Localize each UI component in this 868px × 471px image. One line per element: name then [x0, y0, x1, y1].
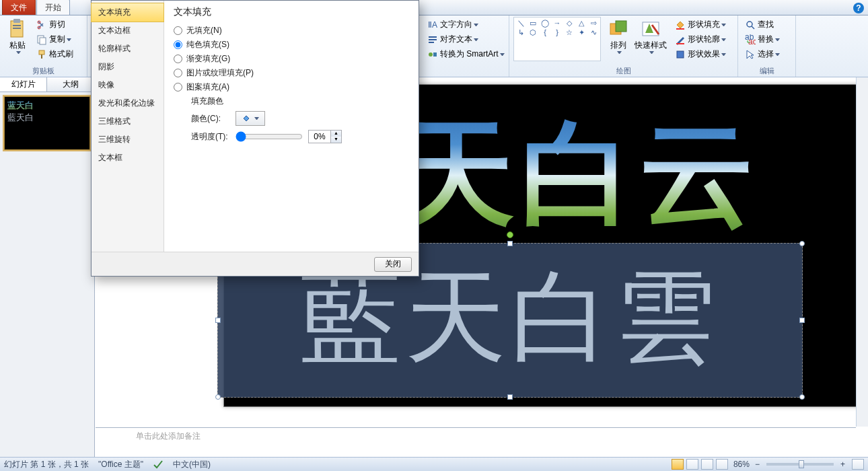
- help-icon[interactable]: ?: [853, 3, 864, 13]
- shape-line-icon[interactable]: ＼: [515, 19, 526, 27]
- shape-callout-icon[interactable]: ✦: [576, 28, 587, 36]
- nav-text-outline[interactable]: 文本边框: [92, 22, 164, 40]
- shape-arrow-icon[interactable]: →: [552, 19, 563, 27]
- find-button[interactable]: 查找: [742, 17, 783, 32]
- resize-handle-w[interactable]: [215, 318, 221, 323]
- select-button[interactable]: 选择: [742, 47, 783, 61]
- spin-up-icon[interactable]: ▲: [331, 131, 341, 137]
- cursor-icon: [745, 49, 756, 60]
- shape-hex-icon[interactable]: ⬡: [528, 28, 538, 36]
- bucket-icon: [675, 20, 686, 30]
- shapes-gallery[interactable]: ＼ ▭ ◯ → ◇ △ ⇨ ↳ ⬡ { } ☆ ✦ ∿: [513, 17, 601, 61]
- group-label-editing: 编辑: [742, 65, 791, 77]
- resize-handle-n[interactable]: [507, 241, 513, 246]
- copy-button[interactable]: 复制: [34, 32, 76, 46]
- chevron-down-icon: [474, 38, 478, 41]
- nav-glow[interactable]: 发光和柔化边缘: [92, 94, 164, 112]
- text-direction-button[interactable]: ⅡA文字方向: [425, 17, 507, 32]
- shape-oval-icon[interactable]: ◯: [540, 19, 550, 27]
- chevron-down-icon: [649, 51, 654, 54]
- shape-connector-icon[interactable]: ↳: [515, 28, 526, 36]
- svg-rect-3: [13, 28, 21, 29]
- copy-icon: [36, 34, 47, 45]
- shape-triangle-icon[interactable]: △: [576, 19, 587, 27]
- shape-star-icon[interactable]: ☆: [564, 28, 575, 36]
- resize-handle-sw[interactable]: [215, 394, 221, 400]
- replace-icon: abac: [745, 34, 756, 45]
- slide-thumbnail-1[interactable]: 蓝天白 藍天白: [4, 96, 90, 150]
- cut-button[interactable]: 剪切: [34, 17, 76, 32]
- shape-arrowr-icon[interactable]: ⇨: [588, 19, 599, 27]
- shape-diamond-icon[interactable]: ◇: [564, 19, 575, 27]
- resize-handle-e[interactable]: [799, 318, 805, 323]
- tab-outline[interactable]: 大纲: [47, 77, 94, 92]
- tab-home[interactable]: 开始: [36, 0, 70, 15]
- close-button[interactable]: 关闭: [374, 257, 412, 272]
- shape-curve-icon[interactable]: ∿: [588, 28, 599, 36]
- shape-outline-button[interactable]: 形状轮廓: [672, 32, 729, 46]
- zoom-in-button[interactable]: +: [840, 460, 845, 469]
- status-language[interactable]: 中文(中国): [173, 459, 211, 470]
- notes-pane[interactable]: 单击此处添加备注: [96, 427, 856, 457]
- vertical-scrollbar[interactable]: [856, 77, 868, 427]
- nav-shadow[interactable]: 阴影: [92, 58, 164, 76]
- radio-no-fill[interactable]: 无填充(N): [174, 25, 409, 36]
- nav-outline-style[interactable]: 轮廓样式: [92, 40, 164, 58]
- chevron-down-icon: [721, 53, 726, 56]
- radio-pattern-fill[interactable]: 图案填充(A): [174, 81, 409, 93]
- color-picker-button[interactable]: [236, 111, 265, 126]
- svg-rect-7: [40, 38, 46, 44]
- view-sorter-button[interactable]: [686, 459, 698, 470]
- svg-rect-12: [429, 39, 437, 40]
- text-shape-1[interactable]: 天白云: [400, 98, 760, 252]
- dialog-main: 文本填充 无填充(N) 纯色填充(S) 渐变填充(G) 图片或纹理填充(P) 图…: [164, 1, 419, 252]
- transparency-spinner[interactable]: 0% ▲▼: [308, 130, 342, 143]
- group-paragraph: ⅡA文字方向 对齐文本 转换为 SmartArt: [421, 15, 509, 77]
- quick-styles-button[interactable]: 快速样式: [632, 17, 670, 55]
- radio-gradient-fill[interactable]: 渐变填充(G): [174, 53, 409, 65]
- svg-rect-17: [616, 21, 626, 32]
- view-normal-button[interactable]: [672, 459, 684, 470]
- view-slideshow-button[interactable]: [716, 459, 728, 470]
- transparency-slider[interactable]: [236, 131, 303, 143]
- zoom-out-button[interactable]: −: [755, 460, 760, 469]
- spellcheck-icon[interactable]: [153, 460, 164, 469]
- rotate-handle[interactable]: [507, 231, 513, 238]
- zoom-slider-thumb[interactable]: [799, 460, 804, 468]
- fill-color-heading: 填充颜色: [191, 96, 409, 107]
- view-reading-button[interactable]: [701, 459, 713, 470]
- shape-lbrace-icon[interactable]: {: [540, 28, 550, 36]
- shape-fill-button[interactable]: 形状填充: [672, 17, 729, 32]
- nav-textbox[interactable]: 文本框: [92, 149, 164, 167]
- resize-handle-se[interactable]: [799, 394, 805, 400]
- align-text-button[interactable]: 对齐文本: [425, 32, 507, 46]
- nav-3d-format[interactable]: 三维格式: [92, 112, 164, 131]
- shape-effects-button[interactable]: 形状效果: [672, 47, 729, 61]
- format-text-dialog: 文本填充 文本边框 轮廓样式 阴影 映像 发光和柔化边缘 三维格式 三维旋转 文…: [91, 0, 419, 277]
- nav-text-fill[interactable]: 文本填充: [92, 3, 164, 22]
- fit-window-button[interactable]: [852, 459, 864, 470]
- resize-handle-s[interactable]: [507, 394, 513, 400]
- nav-reflection[interactable]: 映像: [92, 76, 164, 94]
- status-theme: "Office 主题": [98, 459, 143, 470]
- shape-rbrace-icon[interactable]: }: [552, 28, 563, 36]
- replace-button[interactable]: abac替换: [742, 32, 783, 46]
- arrange-icon: [608, 18, 629, 40]
- svg-rect-15: [433, 52, 437, 57]
- zoom-slider[interactable]: [766, 463, 834, 466]
- radio-picture-fill[interactable]: 图片或纹理填充(P): [174, 67, 409, 79]
- nav-3d-rotation[interactable]: 三维旋转: [92, 131, 164, 149]
- chevron-down-icon: [617, 51, 622, 54]
- tab-slides[interactable]: 幻灯片: [0, 77, 47, 92]
- svg-rect-13: [429, 42, 434, 43]
- zoom-level[interactable]: 86%: [733, 460, 750, 469]
- resize-handle-ne[interactable]: [799, 241, 805, 246]
- convert-smartart-button[interactable]: 转换为 SmartArt: [425, 47, 507, 61]
- shape-rect-icon[interactable]: ▭: [528, 19, 538, 27]
- radio-solid-fill[interactable]: 纯色填充(S): [174, 39, 409, 50]
- arrange-button[interactable]: 排列: [605, 17, 632, 55]
- spin-down-icon[interactable]: ▼: [331, 137, 341, 143]
- format-painter-button[interactable]: 格式刷: [34, 47, 76, 61]
- tab-file[interactable]: 文件: [2, 0, 36, 15]
- paste-button[interactable]: 粘贴: [4, 17, 31, 55]
